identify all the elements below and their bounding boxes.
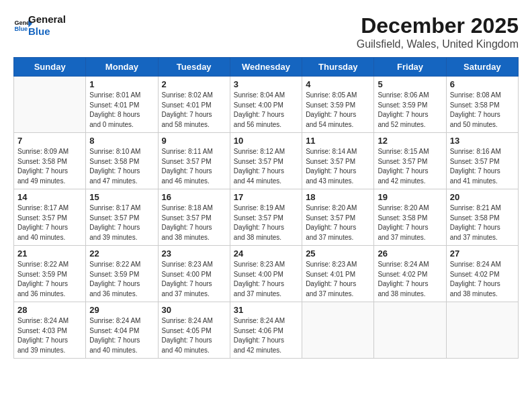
- calendar-day-cell: 13Sunrise: 8:16 AM Sunset: 3:57 PM Dayli…: [446, 133, 518, 189]
- calendar-week-row: 7Sunrise: 8:09 AM Sunset: 3:58 PM Daylig…: [14, 133, 519, 189]
- day-number: 1: [89, 79, 154, 89]
- calendar-day-cell: 23Sunrise: 8:23 AM Sunset: 4:00 PM Dayli…: [158, 246, 230, 302]
- day-number: 26: [378, 248, 442, 259]
- day-info: Sunrise: 8:24 AM Sunset: 4:02 PM Dayligh…: [378, 260, 442, 299]
- day-info: Sunrise: 8:20 AM Sunset: 3:58 PM Dayligh…: [378, 203, 442, 242]
- calendar-day-cell: 27Sunrise: 8:24 AM Sunset: 4:02 PM Dayli…: [446, 246, 518, 302]
- day-number: 7: [17, 136, 82, 146]
- day-info: Sunrise: 8:17 AM Sunset: 3:57 PM Dayligh…: [17, 203, 82, 242]
- day-number: 25: [306, 248, 370, 259]
- calendar-day-cell: 15Sunrise: 8:17 AM Sunset: 3:57 PM Dayli…: [86, 189, 158, 246]
- calendar-week-row: 1Sunrise: 8:01 AM Sunset: 4:01 PM Daylig…: [14, 77, 519, 133]
- day-info: Sunrise: 8:23 AM Sunset: 4:01 PM Dayligh…: [306, 260, 370, 299]
- calendar-day-cell: 19Sunrise: 8:20 AM Sunset: 3:58 PM Dayli…: [374, 189, 446, 246]
- day-number: 8: [89, 136, 154, 146]
- day-info: Sunrise: 8:24 AM Sunset: 4:02 PM Dayligh…: [450, 260, 515, 299]
- day-info: Sunrise: 8:20 AM Sunset: 3:57 PM Dayligh…: [306, 203, 370, 242]
- day-info: Sunrise: 8:15 AM Sunset: 3:57 PM Dayligh…: [378, 147, 442, 186]
- day-number: 4: [306, 79, 370, 89]
- day-number: 19: [378, 192, 442, 202]
- day-info: Sunrise: 8:04 AM Sunset: 4:00 PM Dayligh…: [234, 91, 298, 130]
- calendar-day-cell: 22Sunrise: 8:22 AM Sunset: 3:59 PM Dayli…: [86, 246, 158, 302]
- calendar-day-cell: 21Sunrise: 8:22 AM Sunset: 3:59 PM Dayli…: [14, 246, 86, 302]
- day-info: Sunrise: 8:11 AM Sunset: 3:57 PM Dayligh…: [162, 147, 226, 186]
- day-info: Sunrise: 8:05 AM Sunset: 3:59 PM Dayligh…: [306, 91, 370, 130]
- weekday-header-friday: Friday: [374, 58, 446, 77]
- calendar-day-cell: [446, 302, 518, 359]
- day-info: Sunrise: 8:10 AM Sunset: 3:58 PM Dayligh…: [89, 147, 154, 186]
- day-info: Sunrise: 8:09 AM Sunset: 3:58 PM Dayligh…: [17, 147, 82, 186]
- calendar-day-cell: 6Sunrise: 8:08 AM Sunset: 3:58 PM Daylig…: [446, 77, 518, 133]
- day-info: Sunrise: 8:08 AM Sunset: 3:58 PM Dayligh…: [450, 91, 515, 130]
- calendar-day-cell: [302, 302, 374, 359]
- day-info: Sunrise: 8:14 AM Sunset: 3:57 PM Dayligh…: [306, 147, 370, 186]
- day-number: 30: [162, 305, 226, 315]
- calendar-day-cell: 4Sunrise: 8:05 AM Sunset: 3:59 PM Daylig…: [302, 77, 374, 133]
- calendar-day-cell: 3Sunrise: 8:04 AM Sunset: 4:00 PM Daylig…: [230, 77, 302, 133]
- day-number: 6: [450, 79, 515, 89]
- calendar-week-row: 21Sunrise: 8:22 AM Sunset: 3:59 PM Dayli…: [14, 246, 519, 302]
- calendar-day-cell: [14, 77, 86, 133]
- day-number: 5: [378, 79, 442, 89]
- day-info: Sunrise: 8:24 AM Sunset: 4:05 PM Dayligh…: [162, 316, 226, 355]
- day-number: 31: [234, 305, 298, 315]
- weekday-header-monday: Monday: [86, 58, 158, 77]
- day-info: Sunrise: 8:12 AM Sunset: 3:57 PM Dayligh…: [234, 147, 298, 186]
- calendar-day-cell: 24Sunrise: 8:23 AM Sunset: 4:00 PM Dayli…: [230, 246, 302, 302]
- calendar-week-row: 14Sunrise: 8:17 AM Sunset: 3:57 PM Dayli…: [14, 189, 519, 246]
- day-number: 12: [378, 136, 442, 146]
- day-info: Sunrise: 8:21 AM Sunset: 3:58 PM Dayligh…: [450, 203, 515, 242]
- calendar-day-cell: 31Sunrise: 8:24 AM Sunset: 4:06 PM Dayli…: [230, 302, 302, 359]
- day-info: Sunrise: 8:16 AM Sunset: 3:57 PM Dayligh…: [450, 147, 515, 186]
- weekday-header-row: SundayMondayTuesdayWednesdayThursdayFrid…: [14, 58, 519, 77]
- day-number: 22: [89, 248, 154, 259]
- calendar-day-cell: 28Sunrise: 8:24 AM Sunset: 4:03 PM Dayli…: [14, 302, 86, 359]
- calendar-day-cell: 17Sunrise: 8:19 AM Sunset: 3:57 PM Dayli…: [230, 189, 302, 246]
- day-info: Sunrise: 8:24 AM Sunset: 4:04 PM Dayligh…: [89, 316, 154, 355]
- day-info: Sunrise: 8:19 AM Sunset: 3:57 PM Dayligh…: [234, 203, 298, 242]
- day-info: Sunrise: 8:24 AM Sunset: 4:03 PM Dayligh…: [17, 316, 82, 355]
- day-info: Sunrise: 8:23 AM Sunset: 4:00 PM Dayligh…: [234, 260, 298, 299]
- day-number: 9: [162, 136, 226, 146]
- day-info: Sunrise: 8:24 AM Sunset: 4:06 PM Dayligh…: [234, 316, 298, 355]
- day-info: Sunrise: 8:18 AM Sunset: 3:57 PM Dayligh…: [162, 203, 226, 242]
- calendar-day-cell: 5Sunrise: 8:06 AM Sunset: 3:59 PM Daylig…: [374, 77, 446, 133]
- logo-line1: General: [28, 13, 66, 26]
- calendar-week-row: 28Sunrise: 8:24 AM Sunset: 4:03 PM Dayli…: [14, 302, 519, 359]
- subtitle: Guilsfield, Wales, United Kingdom: [357, 38, 519, 50]
- day-info: Sunrise: 8:23 AM Sunset: 4:00 PM Dayligh…: [162, 260, 226, 299]
- calendar-day-cell: 11Sunrise: 8:14 AM Sunset: 3:57 PM Dayli…: [302, 133, 374, 189]
- title-area: December 2025 Guilsfield, Wales, United …: [357, 13, 519, 50]
- calendar-table: SundayMondayTuesdayWednesdayThursdayFrid…: [13, 57, 519, 359]
- calendar-day-cell: 12Sunrise: 8:15 AM Sunset: 3:57 PM Dayli…: [374, 133, 446, 189]
- day-number: 21: [17, 248, 82, 259]
- logo: General Blue General Blue: [13, 13, 66, 38]
- calendar-day-cell: 25Sunrise: 8:23 AM Sunset: 4:01 PM Dayli…: [302, 246, 374, 302]
- header: General Blue General Blue December 2025 …: [13, 13, 519, 50]
- weekday-header-tuesday: Tuesday: [158, 58, 230, 77]
- calendar-day-cell: 14Sunrise: 8:17 AM Sunset: 3:57 PM Dayli…: [14, 189, 86, 246]
- day-number: 15: [89, 192, 154, 202]
- main-title: December 2025: [357, 13, 519, 38]
- day-number: 18: [306, 192, 370, 202]
- calendar-day-cell: 7Sunrise: 8:09 AM Sunset: 3:58 PM Daylig…: [14, 133, 86, 189]
- day-number: 28: [17, 305, 82, 315]
- day-number: 2: [162, 79, 226, 89]
- logo-line2: Blue: [28, 26, 66, 38]
- calendar-day-cell: 2Sunrise: 8:02 AM Sunset: 4:01 PM Daylig…: [158, 77, 230, 133]
- weekday-header-wednesday: Wednesday: [230, 58, 302, 77]
- weekday-header-saturday: Saturday: [446, 58, 518, 77]
- day-info: Sunrise: 8:22 AM Sunset: 3:59 PM Dayligh…: [17, 260, 82, 299]
- day-number: 17: [234, 192, 298, 202]
- calendar-day-cell: 9Sunrise: 8:11 AM Sunset: 3:57 PM Daylig…: [158, 133, 230, 189]
- calendar-day-cell: 10Sunrise: 8:12 AM Sunset: 3:57 PM Dayli…: [230, 133, 302, 189]
- day-number: 14: [17, 192, 82, 202]
- calendar-day-cell: 29Sunrise: 8:24 AM Sunset: 4:04 PM Dayli…: [86, 302, 158, 359]
- calendar-day-cell: 18Sunrise: 8:20 AM Sunset: 3:57 PM Dayli…: [302, 189, 374, 246]
- day-info: Sunrise: 8:02 AM Sunset: 4:01 PM Dayligh…: [162, 91, 226, 130]
- day-info: Sunrise: 8:01 AM Sunset: 4:01 PM Dayligh…: [89, 91, 154, 130]
- calendar-day-cell: 1Sunrise: 8:01 AM Sunset: 4:01 PM Daylig…: [86, 77, 158, 133]
- weekday-header-thursday: Thursday: [302, 58, 374, 77]
- day-info: Sunrise: 8:06 AM Sunset: 3:59 PM Dayligh…: [378, 91, 442, 130]
- calendar-day-cell: 20Sunrise: 8:21 AM Sunset: 3:58 PM Dayli…: [446, 189, 518, 246]
